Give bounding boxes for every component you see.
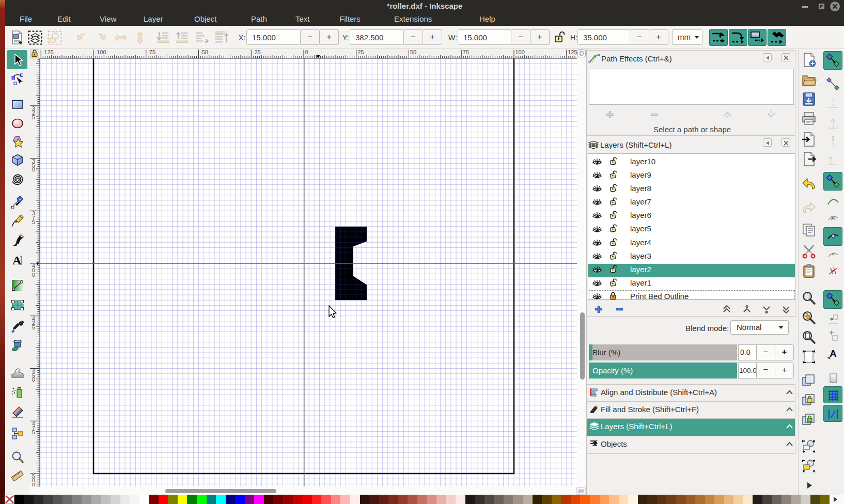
svg-text:500: 500 [32, 473, 35, 488]
svg-text:50: 50 [410, 49, 416, 55]
svg-text:75: 75 [463, 49, 469, 55]
svg-text:-50: -50 [200, 49, 208, 55]
svg-text:25: 25 [357, 49, 364, 55]
svg-text:-100: -100 [95, 49, 106, 55]
svg-text:375: 375 [32, 210, 35, 225]
svg-text:475: 475 [32, 420, 35, 435]
svg-text:100: 100 [515, 49, 525, 55]
svg-text:400: 400 [32, 263, 35, 278]
svg-text:-25: -25 [253, 49, 261, 55]
svg-text:350: 350 [32, 158, 35, 173]
svg-text:0: 0 [305, 49, 308, 55]
svg-text:425: 425 [32, 316, 35, 330]
svg-text:A: A [12, 254, 22, 267]
svg-text:A: A [830, 348, 837, 359]
svg-text:125: 125 [568, 49, 577, 55]
svg-text:-75: -75 [147, 49, 155, 55]
svg-text:450: 450 [32, 368, 35, 383]
svg-text:-125: -125 [42, 49, 54, 55]
svg-text:325: 325 [32, 105, 35, 120]
